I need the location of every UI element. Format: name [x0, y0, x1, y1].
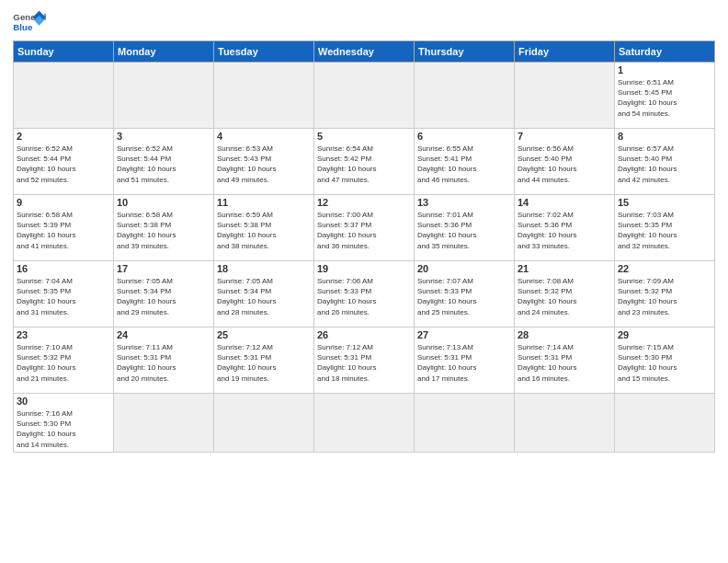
weekday-wednesday: Wednesday [314, 41, 415, 63]
table-row: 18Sunrise: 7:05 AM Sunset: 5:34 PM Dayli… [214, 261, 314, 327]
table-row: 27Sunrise: 7:13 AM Sunset: 5:31 PM Dayli… [415, 327, 515, 394]
day-number: 4 [217, 131, 311, 142]
day-number: 28 [518, 329, 611, 340]
table-row [214, 394, 314, 453]
day-number: 16 [17, 263, 110, 274]
table-row: 11Sunrise: 6:59 AM Sunset: 5:38 PM Dayli… [214, 195, 314, 261]
weekday-monday: Monday [114, 41, 214, 63]
table-row: 24Sunrise: 7:11 AM Sunset: 5:31 PM Dayli… [114, 327, 214, 394]
table-row: 9Sunrise: 6:58 AM Sunset: 5:39 PM Daylig… [14, 195, 114, 261]
day-info: Sunrise: 6:52 AM Sunset: 5:44 PM Dayligh… [117, 144, 210, 185]
table-row: 3Sunrise: 6:52 AM Sunset: 5:44 PM Daylig… [114, 129, 214, 195]
day-info: Sunrise: 7:03 AM Sunset: 5:35 PM Dayligh… [618, 210, 711, 251]
generalblue-logo-icon: General Blue [13, 9, 46, 37]
day-info: Sunrise: 6:51 AM Sunset: 5:45 PM Dayligh… [618, 77, 711, 119]
page: General Blue Sunday Monday Tuesday Wedne… [0, 0, 728, 460]
day-info: Sunrise: 7:05 AM Sunset: 5:34 PM Dayligh… [217, 276, 311, 317]
table-row [415, 394, 515, 453]
table-row: 28Sunrise: 7:14 AM Sunset: 5:31 PM Dayli… [515, 327, 615, 394]
day-info: Sunrise: 7:06 AM Sunset: 5:33 PM Dayligh… [317, 276, 411, 317]
table-row: 12Sunrise: 7:00 AM Sunset: 5:37 PM Dayli… [314, 195, 415, 261]
day-number: 6 [417, 131, 511, 142]
day-number: 1 [618, 64, 711, 75]
day-number: 13 [417, 197, 511, 208]
day-number: 12 [317, 197, 411, 208]
table-row [415, 63, 515, 129]
table-row: 15Sunrise: 7:03 AM Sunset: 5:35 PM Dayli… [615, 195, 715, 261]
day-info: Sunrise: 7:12 AM Sunset: 5:31 PM Dayligh… [317, 342, 411, 384]
day-info: Sunrise: 7:13 AM Sunset: 5:31 PM Dayligh… [417, 342, 511, 384]
table-row: 2Sunrise: 6:52 AM Sunset: 5:44 PM Daylig… [14, 129, 114, 195]
day-number: 9 [17, 197, 110, 208]
day-number: 18 [217, 263, 311, 274]
calendar-table: Sunday Monday Tuesday Wednesday Thursday… [13, 40, 715, 453]
table-row: 30Sunrise: 7:16 AM Sunset: 5:30 PM Dayli… [14, 394, 114, 453]
table-row: 17Sunrise: 7:05 AM Sunset: 5:34 PM Dayli… [114, 261, 214, 327]
weekday-sunday: Sunday [14, 41, 114, 63]
day-info: Sunrise: 6:58 AM Sunset: 5:38 PM Dayligh… [117, 210, 210, 251]
weekday-saturday: Saturday [615, 41, 715, 63]
table-row [14, 63, 114, 129]
table-row: 29Sunrise: 7:15 AM Sunset: 5:30 PM Dayli… [615, 327, 715, 394]
table-row [114, 394, 214, 453]
day-info: Sunrise: 7:12 AM Sunset: 5:31 PM Dayligh… [217, 342, 311, 384]
day-number: 25 [217, 329, 311, 340]
day-number: 8 [618, 131, 711, 142]
day-info: Sunrise: 6:58 AM Sunset: 5:39 PM Dayligh… [17, 210, 110, 251]
day-number: 10 [117, 197, 210, 208]
table-row: 8Sunrise: 6:57 AM Sunset: 5:40 PM Daylig… [615, 129, 715, 195]
table-row: 1Sunrise: 6:51 AM Sunset: 5:45 PM Daylig… [615, 63, 715, 129]
day-number: 14 [518, 197, 611, 208]
weekday-thursday: Thursday [415, 41, 515, 63]
table-row: 25Sunrise: 7:12 AM Sunset: 5:31 PM Dayli… [214, 327, 314, 394]
day-info: Sunrise: 6:57 AM Sunset: 5:40 PM Dayligh… [618, 144, 711, 185]
table-row: 4Sunrise: 6:53 AM Sunset: 5:43 PM Daylig… [214, 129, 314, 195]
header: General Blue [13, 9, 715, 37]
table-row [114, 63, 214, 129]
day-info: Sunrise: 6:56 AM Sunset: 5:40 PM Dayligh… [518, 144, 611, 185]
day-info: Sunrise: 7:11 AM Sunset: 5:31 PM Dayligh… [117, 342, 210, 384]
day-number: 27 [417, 329, 511, 340]
day-info: Sunrise: 7:05 AM Sunset: 5:34 PM Dayligh… [117, 276, 210, 317]
table-row: 21Sunrise: 7:08 AM Sunset: 5:32 PM Dayli… [515, 261, 615, 327]
day-info: Sunrise: 6:55 AM Sunset: 5:41 PM Dayligh… [417, 144, 511, 185]
day-info: Sunrise: 6:59 AM Sunset: 5:38 PM Dayligh… [217, 210, 311, 251]
day-number: 19 [317, 263, 411, 274]
day-info: Sunrise: 7:09 AM Sunset: 5:32 PM Dayligh… [618, 276, 711, 317]
table-row [615, 394, 715, 453]
day-info: Sunrise: 7:07 AM Sunset: 5:33 PM Dayligh… [417, 276, 511, 317]
day-number: 21 [518, 263, 611, 274]
table-row: 26Sunrise: 7:12 AM Sunset: 5:31 PM Dayli… [314, 327, 415, 394]
day-number: 11 [217, 197, 311, 208]
svg-text:Blue: Blue [13, 22, 33, 32]
weekday-friday: Friday [515, 41, 615, 63]
table-row: 19Sunrise: 7:06 AM Sunset: 5:33 PM Dayli… [314, 261, 415, 327]
table-row: 6Sunrise: 6:55 AM Sunset: 5:41 PM Daylig… [415, 129, 515, 195]
day-number: 7 [518, 131, 611, 142]
day-number: 24 [117, 329, 210, 340]
table-row: 14Sunrise: 7:02 AM Sunset: 5:36 PM Dayli… [515, 195, 615, 261]
table-row: 23Sunrise: 7:10 AM Sunset: 5:32 PM Dayli… [14, 327, 114, 394]
day-number: 15 [618, 197, 711, 208]
day-number: 23 [17, 329, 110, 340]
logo-area: General Blue [13, 9, 46, 37]
table-row: 7Sunrise: 6:56 AM Sunset: 5:40 PM Daylig… [515, 129, 615, 195]
day-info: Sunrise: 6:54 AM Sunset: 5:42 PM Dayligh… [317, 144, 411, 185]
table-row: 13Sunrise: 7:01 AM Sunset: 5:36 PM Dayli… [415, 195, 515, 261]
table-row [515, 63, 615, 129]
day-number: 30 [17, 396, 110, 407]
day-info: Sunrise: 7:02 AM Sunset: 5:36 PM Dayligh… [518, 210, 611, 251]
day-number: 17 [117, 263, 210, 274]
day-info: Sunrise: 7:16 AM Sunset: 5:30 PM Dayligh… [17, 408, 110, 450]
day-info: Sunrise: 6:53 AM Sunset: 5:43 PM Dayligh… [217, 144, 311, 185]
table-row: 20Sunrise: 7:07 AM Sunset: 5:33 PM Dayli… [415, 261, 515, 327]
day-number: 20 [417, 263, 511, 274]
day-info: Sunrise: 6:52 AM Sunset: 5:44 PM Dayligh… [17, 144, 110, 185]
table-row: 16Sunrise: 7:04 AM Sunset: 5:35 PM Dayli… [14, 261, 114, 327]
day-info: Sunrise: 7:14 AM Sunset: 5:31 PM Dayligh… [518, 342, 611, 384]
table-row: 10Sunrise: 6:58 AM Sunset: 5:38 PM Dayli… [114, 195, 214, 261]
table-row [515, 394, 615, 453]
table-row: 5Sunrise: 6:54 AM Sunset: 5:42 PM Daylig… [314, 129, 415, 195]
day-info: Sunrise: 7:00 AM Sunset: 5:37 PM Dayligh… [317, 210, 411, 251]
day-number: 26 [317, 329, 411, 340]
